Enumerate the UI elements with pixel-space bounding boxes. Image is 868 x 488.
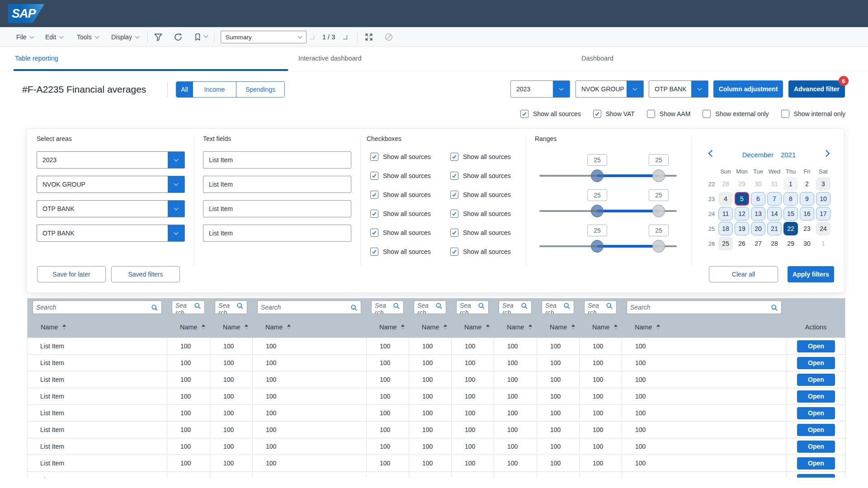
refresh-icon[interactable] [174, 33, 184, 42]
column-adjustment-button[interactable]: Column adjustment [713, 80, 783, 98]
column-header-name[interactable]: Name [494, 316, 537, 338]
sort-icon[interactable] [401, 324, 405, 330]
checkbox-icon[interactable] [450, 153, 458, 161]
column-header-name[interactable]: Name [210, 316, 252, 338]
calendar-day[interactable]: 11 [718, 207, 733, 221]
segment-all[interactable]: All [176, 82, 193, 97]
source-checkbox[interactable]: Show all sources [370, 170, 450, 181]
search-input[interactable]: Search [172, 300, 205, 314]
calendar-day[interactable]: 24 [816, 222, 830, 235]
clear-all-button[interactable]: Clear all [709, 266, 778, 282]
calendar-day[interactable]: 14 [767, 207, 782, 221]
calendar-day[interactable]: 22 [783, 222, 798, 235]
tab-interactive-dashboard[interactable]: Interactive dashboard [298, 47, 361, 70]
bookmark-icon[interactable] [193, 33, 203, 42]
sort-icon[interactable] [528, 324, 532, 330]
search-input[interactable]: Search [584, 300, 617, 314]
slider-handle-high[interactable] [652, 205, 665, 217]
open-button[interactable]: Open [797, 340, 835, 352]
calendar-day[interactable]: 23 [800, 222, 814, 235]
column-header-name[interactable]: Name [366, 316, 409, 338]
area-select[interactable]: 2023 [37, 151, 185, 169]
chevron-down-icon[interactable] [691, 81, 708, 97]
checkbox-icon[interactable] [703, 110, 711, 118]
checkbox-icon[interactable] [370, 248, 378, 256]
sort-icon[interactable] [62, 324, 66, 330]
column-header-name[interactable]: Name [167, 316, 210, 338]
saved-filters-button[interactable]: Saved filters [111, 266, 180, 282]
calendar-day[interactable]: 4 [718, 192, 733, 206]
search-input[interactable]: Search [215, 300, 247, 314]
sort-icon[interactable] [287, 324, 291, 330]
text-field[interactable]: List Item [203, 151, 351, 169]
chevron-down-icon[interactable] [168, 201, 184, 217]
segment-spendings[interactable]: Spendings [236, 82, 284, 97]
chevron-down-icon[interactable] [168, 152, 184, 168]
calendar-day[interactable]: 26 [735, 237, 749, 250]
range-low-value[interactable]: 25 [587, 189, 607, 201]
checkbox-icon[interactable] [450, 191, 458, 199]
calendar-day[interactable]: 7 [767, 192, 782, 206]
slider-active-track[interactable] [597, 245, 659, 248]
sort-icon[interactable] [656, 324, 660, 330]
open-button[interactable]: Open [797, 441, 835, 453]
search-input[interactable]: Search [499, 300, 532, 314]
sort-icon[interactable] [614, 324, 618, 330]
source-checkbox[interactable]: Show all sources [450, 151, 511, 162]
checkbox-icon[interactable] [450, 248, 458, 256]
calendar-day[interactable]: 29 [783, 237, 798, 250]
calendar-day[interactable]: 9 [800, 192, 814, 206]
source-checkbox[interactable]: Show all sources [450, 246, 511, 257]
column-header-name[interactable]: Name [579, 316, 622, 338]
search-input[interactable]: Search [257, 300, 361, 314]
menu-tools[interactable]: Tools [77, 27, 99, 47]
checkbox-icon[interactable] [370, 191, 378, 199]
quick-filter-checkbox[interactable]: Show all sources [520, 110, 581, 118]
range-low-value[interactable]: 25 [587, 225, 607, 236]
search-input[interactable]: Search [371, 300, 404, 314]
area-select[interactable]: NVOK GROUP [37, 176, 185, 193]
calendar-day[interactable]: 8 [783, 192, 798, 206]
source-checkbox[interactable]: Show all sources [450, 208, 511, 219]
calendar-day[interactable]: 30 [751, 177, 765, 191]
sort-icon[interactable] [571, 324, 575, 330]
open-button[interactable]: Open [797, 390, 835, 403]
checkbox-icon[interactable] [370, 210, 378, 218]
text-field[interactable]: List Item [203, 176, 351, 193]
search-input[interactable]: Search [456, 300, 489, 314]
apply-filters-button[interactable]: Apply filters [788, 266, 834, 282]
tab-dashboard[interactable]: Dashboard [581, 47, 613, 70]
calendar-day[interactable]: 28 [767, 237, 782, 250]
checkbox-icon[interactable] [781, 110, 789, 118]
text-field[interactable]: List Item [203, 225, 351, 242]
checkbox-icon[interactable] [520, 110, 528, 118]
open-button[interactable]: Open [797, 474, 835, 478]
calendar-day[interactable]: 6 [751, 192, 765, 206]
open-button[interactable]: Open [797, 424, 835, 436]
source-checkbox[interactable]: Show all sources [450, 189, 511, 200]
group-select[interactable]: NVOK GROUP [576, 80, 644, 98]
chevron-down-icon[interactable] [168, 225, 184, 241]
open-button[interactable]: Open [797, 407, 835, 419]
slider-handle-low[interactable] [591, 240, 604, 253]
calendar-day[interactable]: 15 [783, 207, 798, 221]
slider-handle-high[interactable] [652, 169, 665, 182]
slider-handle-low[interactable] [591, 169, 604, 182]
source-checkbox[interactable]: Show all sources [370, 246, 450, 257]
calendar-day[interactable]: 21 [767, 222, 782, 235]
slider-active-track[interactable] [597, 174, 659, 177]
column-header-name[interactable]: Name [28, 316, 167, 338]
open-button[interactable]: Open [797, 357, 835, 369]
checkbox-icon[interactable] [370, 229, 378, 237]
advanced-filter-button[interactable]: Advanced filter 6 [788, 80, 845, 98]
checkbox-icon[interactable] [450, 172, 458, 180]
calendar-day[interactable]: 10 [816, 192, 830, 206]
quick-filter-checkbox[interactable]: Show external only [703, 110, 769, 118]
calendar-day[interactable]: 5 [735, 192, 749, 206]
bank-select[interactable]: OTP BANK [649, 80, 708, 98]
calendar-day[interactable]: 2 [800, 177, 814, 191]
checkbox-icon[interactable] [370, 172, 378, 180]
open-button[interactable]: Open [797, 374, 835, 386]
column-header-name[interactable]: Name [409, 316, 451, 338]
checkbox-icon[interactable] [647, 110, 655, 118]
